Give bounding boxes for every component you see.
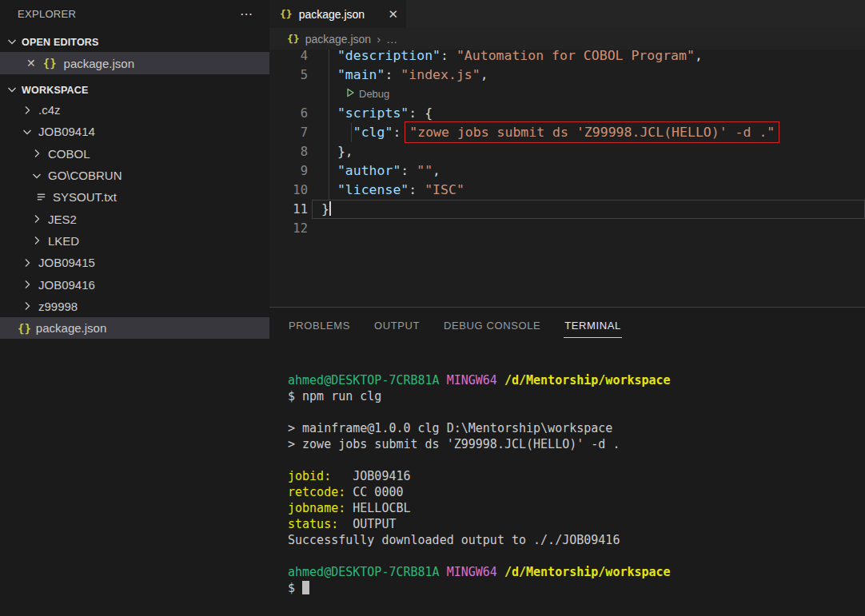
tree-item-label: JOB09416 — [38, 278, 95, 292]
red-annotation-box: "zowe jobs submit ds 'Z99998.JCL(HELLO)'… — [405, 121, 779, 143]
play-icon — [346, 85, 355, 104]
terminal-line: jobid: JOB09416 — [288, 468, 865, 484]
workspace-label: WORKSPACE — [22, 85, 89, 96]
tree-item-label: SYSOUT.txt — [53, 190, 117, 204]
tree-item-jes2[interactable]: JES2 — [0, 208, 269, 229]
terminal-cursor — [302, 581, 309, 594]
editor[interactable]: 4 "description": "Automation for COBOL P… — [269, 50, 865, 307]
code-line-6[interactable]: 6 "scripts": { — [269, 104, 865, 123]
chevron-right-icon — [21, 278, 34, 291]
bottom-panel: PROBLEMSOUTPUTDEBUG CONSOLETERMINAL ahme… — [269, 307, 865, 616]
code-text: "author": "", — [308, 161, 440, 181]
terminal[interactable]: ahmed@DESKTOP-7CRB81A MINGW64 /d/Mentors… — [269, 372, 865, 596]
open-editor-item-package-json[interactable]: ✕{}package.json — [0, 52, 269, 74]
chevron-right-icon — [21, 300, 34, 312]
explorer-title: EXPLORER — [18, 8, 240, 20]
panel-tab-terminal[interactable]: TERMINAL — [564, 314, 622, 338]
tree-item-label: z99998 — [38, 300, 78, 313]
line-number: 11 — [269, 200, 308, 219]
code-line-4[interactable]: 4 "description": "Automation for COBOL P… — [269, 50, 865, 66]
debug-codelens[interactable]: Debug — [308, 85, 389, 104]
terminal-line: ahmed@DESKTOP-7CRB81A MINGW64 /d/Mentors… — [288, 372, 865, 388]
line-number: 6 — [269, 104, 308, 123]
terminal-line: > mainframe@1.0.0 clg D:\Mentorship\work… — [288, 420, 865, 436]
terminal-line: status: OUTPUT — [288, 516, 865, 532]
tree-item-c4z[interactable]: .c4z — [0, 99, 269, 121]
tree-item-cobol[interactable]: COBOL — [0, 143, 269, 165]
json-icon: {} — [287, 34, 300, 44]
vscode-window: EXPLORER ⋯ OPEN EDITORS ✕{}package.json … — [0, 0, 865, 616]
code-line-8[interactable]: 8 }, — [269, 142, 865, 161]
tree-item-package-json[interactable]: {}package.json — [0, 317, 269, 339]
code-line-9[interactable]: 9 "author": "", — [269, 161, 865, 181]
code-line-10[interactable]: 10 "license": "ISC" — [269, 181, 865, 200]
line-number: 7 — [269, 123, 308, 142]
terminal-line: $ — [288, 580, 865, 596]
tree-item-job09415[interactable]: JOB09415 — [0, 252, 269, 273]
code-line-12[interactable]: 12 — [269, 219, 865, 238]
chevron-down-icon — [6, 35, 18, 50]
open-editors-header[interactable]: OPEN EDITORS — [0, 34, 269, 50]
chevron-down-icon — [21, 125, 34, 138]
line-number: 4 — [269, 50, 308, 66]
tree-item-label: LKED — [48, 234, 79, 248]
open-editors-label: OPEN EDITORS — [22, 37, 99, 48]
code-text: "license": "ISC" — [308, 181, 464, 200]
codelens-line: Debug — [269, 85, 865, 104]
chevron-right-icon: › — [377, 32, 381, 46]
close-icon[interactable]: ✕ — [26, 58, 36, 69]
line-number: 12 — [269, 219, 308, 238]
code-line-7[interactable]: 7 "clg": "zowe jobs submit ds 'Z99998.JC… — [269, 123, 865, 142]
open-editors-list: ✕{}package.json — [0, 52, 269, 74]
tree-item-label: package.json — [36, 321, 106, 335]
code-text: }, — [308, 142, 353, 161]
chevron-right-icon — [30, 234, 43, 247]
tree-item-label: GO\COBRUN — [48, 169, 122, 182]
codelens-label: Debug — [359, 85, 389, 104]
terminal-line: jobname: HELLOCBL — [288, 500, 865, 516]
chevron-right-icon — [21, 256, 34, 269]
terminal-line — [288, 548, 865, 564]
tree-item-label: .c4z — [38, 103, 61, 117]
more-actions-icon[interactable]: ⋯ — [240, 6, 253, 22]
chevron-down-icon — [30, 169, 43, 182]
line-number: 9 — [269, 161, 308, 181]
workspace-header[interactable]: WORKSPACE — [0, 81, 269, 99]
tree-item-sysout-txt[interactable]: SYSOUT.txt — [0, 186, 269, 208]
chevron-right-icon — [30, 213, 43, 225]
tree-item-z99998[interactable]: z99998 — [0, 296, 269, 317]
tree-item-go-cobrun[interactable]: GO\COBRUN — [0, 165, 269, 186]
tab-package-json[interactable]: {} package.json ✕ — [269, 0, 406, 28]
breadcrumb-tail[interactable]: … — [386, 33, 397, 46]
code-text — [308, 219, 321, 238]
panel-tab-problems[interactable]: PROBLEMS — [288, 314, 351, 338]
line-number — [269, 85, 308, 104]
code-text: } — [308, 200, 331, 219]
tree-item-label: JES2 — [48, 213, 77, 226]
chevron-right-icon — [21, 104, 34, 117]
tree-item-label: COBOL — [48, 147, 90, 161]
tree-item-label: JOB09414 — [38, 125, 95, 138]
sidebar-header: EXPLORER ⋯ — [0, 0, 269, 28]
panel-tab-debug-console[interactable]: DEBUG CONSOLE — [443, 314, 541, 338]
json-icon: {} — [280, 9, 293, 19]
line-number: 10 — [269, 181, 308, 200]
tree-item-job09416[interactable]: JOB09416 — [0, 273, 269, 295]
chevron-right-icon — [30, 147, 43, 160]
breadcrumb-file[interactable]: package.json — [305, 33, 372, 46]
panel-tab-output[interactable]: OUTPUT — [373, 314, 421, 338]
code-text: "clg": "zowe jobs submit ds 'Z99998.JCL(… — [308, 123, 775, 142]
terminal-line: retcode: CC 0000 — [288, 484, 865, 500]
terminal-line — [288, 404, 865, 420]
editor-tab-bar: {} package.json ✕ — [269, 0, 865, 28]
breadcrumb: {} package.json › … — [269, 28, 865, 50]
tree-item-job09414[interactable]: JOB09414 — [0, 121, 269, 142]
file-icon — [35, 191, 48, 203]
tree-item-lked[interactable]: LKED — [0, 230, 269, 252]
line-number: 5 — [269, 66, 308, 85]
code-text: "scripts": { — [308, 104, 432, 123]
close-icon[interactable]: ✕ — [388, 7, 398, 22]
terminal-line: $ npm run clg — [288, 388, 865, 404]
code-line-11[interactable]: 11} — [269, 200, 865, 219]
code-line-5[interactable]: 5 "main": "index.js", — [269, 66, 865, 85]
